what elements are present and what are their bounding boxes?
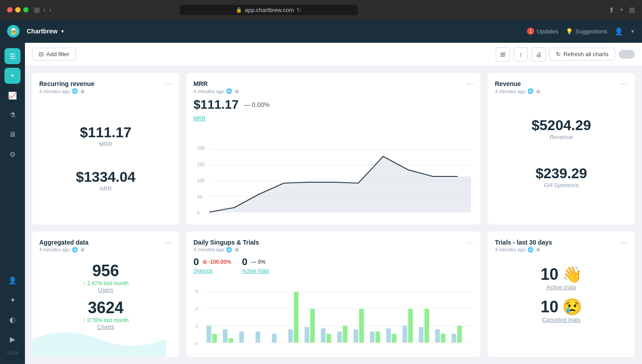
app-logo: 🍺 xyxy=(7,25,20,37)
recurring-revenue-title: Recurring revenue xyxy=(39,80,95,87)
lock-icon: 🔒 xyxy=(236,7,242,13)
canceled-trials-block: 10 😢 Canceled trials xyxy=(540,298,582,323)
charts-growth-text: 0.78% last month xyxy=(87,317,129,323)
suggestions-button[interactable]: 💡 Suggestions xyxy=(566,28,608,35)
svg-text:50: 50 xyxy=(197,195,202,200)
url-bar[interactable]: 🔒 app.chartbrew.com ↻ xyxy=(180,5,358,15)
svg-rect-46 xyxy=(370,331,374,343)
signups-sublabel[interactable]: Signups xyxy=(193,268,231,274)
aggregated-meta: 4 minutes ago 🌐 🖥 xyxy=(39,247,88,253)
version-text: 1.21.0 xyxy=(7,351,18,355)
minimize-traffic-light[interactable] xyxy=(15,7,21,12)
globe-icon6: 🌐 xyxy=(527,247,534,253)
charts-growth: ↑ 0.78% last month xyxy=(83,317,129,323)
mrr-card-title: MRR xyxy=(193,80,239,87)
svg-rect-44 xyxy=(354,329,358,343)
sidebar-item-menu[interactable]: ☰ xyxy=(4,48,21,64)
users-number: 956 xyxy=(83,262,129,280)
recurring-meta-time: 4 minutes ago xyxy=(39,89,70,94)
sidebar-item-integrations[interactable]: ✦ xyxy=(4,292,21,308)
sidebar-bottom: 👤 ✦ ◐ ▶ 1.21.0 xyxy=(4,272,21,359)
svg-text:4: 4 xyxy=(195,307,198,311)
browser-chrome: ⊞ ‹ › 🔒 app.chartbrew.com ↻ ⬆ + ⊞ xyxy=(0,0,642,20)
sidebar-item-settings[interactable]: ⚙ xyxy=(4,146,21,162)
filter-icon: ⊟ xyxy=(39,51,44,57)
svg-rect-53 xyxy=(424,309,429,343)
arr-value-block: $1334.04 ARR xyxy=(76,158,135,199)
aggregated-title: Aggregated data xyxy=(39,239,88,246)
users-value-block: 956 ↑ 2.47% last month Users xyxy=(83,262,129,293)
suggestions-label: Suggestions xyxy=(576,28,608,35)
share-icon[interactable]: ⬆ xyxy=(609,6,614,14)
mrr-change: — 0.00% xyxy=(244,101,270,108)
svg-rect-49 xyxy=(392,334,396,343)
svg-rect-45 xyxy=(359,309,364,343)
mrr-summary: $111.17 — 0.00% xyxy=(193,98,473,112)
export-icon-button[interactable]: ↕ xyxy=(514,47,528,61)
recurring-revenue-meta: 4 minutes ago 🌐 🖥 xyxy=(39,88,95,94)
sidebar-item-play[interactable]: ▶ xyxy=(4,331,21,347)
user-menu-chevron[interactable]: ▼ xyxy=(630,29,635,34)
svg-rect-57 xyxy=(457,326,461,343)
new-tab-icon[interactable]: + xyxy=(620,6,624,14)
daily-meta-time: 4 minutes ago xyxy=(193,247,224,252)
svg-rect-37 xyxy=(294,292,298,343)
refresh-label: Refresh all charts xyxy=(564,51,609,57)
app-brand[interactable]: Chartbrew ▼ xyxy=(27,28,65,35)
forward-icon[interactable]: › xyxy=(49,6,51,14)
mrr-card: MRR 4 minutes ago 🌐 🖥 ··· $111.17 — 0.00… xyxy=(186,73,481,225)
globe-icon: 🌐 xyxy=(72,88,78,94)
trials-change: — 0% xyxy=(251,259,266,265)
charts-number: 3624 xyxy=(83,299,129,317)
revenue-more-button[interactable]: ··· xyxy=(621,80,628,88)
active-trials-block: 10 👋 Active trials xyxy=(540,265,582,290)
layout-icon-button[interactable]: ⊞ xyxy=(496,47,510,61)
svg-rect-32 xyxy=(229,338,233,343)
sidebar-item-monitor[interactable]: 🖥 xyxy=(4,127,21,143)
svg-text:0: 0 xyxy=(197,210,200,214)
back-icon[interactable]: ‹ xyxy=(43,6,45,14)
aggregated-more-button[interactable]: ··· xyxy=(165,239,172,247)
updates-label: Updates xyxy=(537,28,558,35)
active-trials-value: 10 xyxy=(540,265,558,284)
refresh-icon[interactable]: ↻ xyxy=(296,7,301,13)
trials-values: 10 👋 Active trials 10 😢 Canceled trials xyxy=(495,254,628,334)
mrr-sublabel[interactable]: MRR xyxy=(193,115,473,122)
sidebar-toggle-icon[interactable]: ⊞ xyxy=(34,6,40,14)
daily-more-button[interactable]: ··· xyxy=(466,239,473,247)
mrr-card-meta: 4 minutes ago 🌐 🖥 xyxy=(193,88,239,94)
canceled-trials-number: 10 😢 xyxy=(540,298,582,316)
print-icon-button[interactable]: 🖨 xyxy=(531,47,546,61)
mrr-header: MRR 4 minutes ago 🌐 🖥 ··· xyxy=(193,80,473,94)
sidebar-item-filter[interactable]: ⚗ xyxy=(4,107,21,123)
user-button[interactable]: 👤 xyxy=(614,27,623,36)
fullscreen-traffic-light[interactable] xyxy=(23,7,29,12)
mrr-more-button[interactable]: ··· xyxy=(466,80,473,88)
sidebar-item-charts[interactable]: 📈 xyxy=(4,87,21,103)
svg-text:150: 150 xyxy=(197,162,205,167)
growth-arrow-icon2: ↑ xyxy=(83,317,86,323)
error-icon: ⊘ xyxy=(202,259,207,265)
svg-rect-52 xyxy=(419,327,424,343)
refresh-all-button[interactable]: ↻ Refresh all charts xyxy=(549,48,615,61)
svg-text:6: 6 xyxy=(195,289,198,294)
mrr-meta-time: 4 minutes ago xyxy=(193,89,224,94)
recurring-more-button[interactable]: ··· xyxy=(165,80,172,88)
signups-change: ⊘ -100.00% xyxy=(202,259,231,265)
close-traffic-light[interactable] xyxy=(7,7,12,12)
toggle-switch[interactable] xyxy=(619,50,635,59)
trials-sublabel[interactable]: Active trials xyxy=(242,268,269,274)
mrr-value-block: $111.17 MRR xyxy=(80,114,132,155)
monitor-icon6: 🖥 xyxy=(535,247,540,252)
updates-button[interactable]: 1 Updates xyxy=(527,28,558,35)
sidebar-item-add[interactable]: + xyxy=(4,68,21,84)
sidebar-item-toggle[interactable]: ◐ xyxy=(4,311,21,327)
aggregated-card: Aggregated data 4 minutes ago 🌐 🖥 ··· 95… xyxy=(32,232,179,357)
active-trials-label: Active trials xyxy=(540,284,582,290)
add-filter-button[interactable]: ⊟ Add filter xyxy=(32,48,76,61)
sidebar-item-user[interactable]: 👤 xyxy=(4,272,21,288)
app-bar: 🍺 Chartbrew ▼ 1 Updates 💡 Suggestions 👤 … xyxy=(0,20,642,43)
trials-more-button[interactable]: ··· xyxy=(621,239,628,247)
browser-controls: ⊞ ‹ › xyxy=(34,6,52,14)
tabs-icon[interactable]: ⊞ xyxy=(629,6,635,14)
